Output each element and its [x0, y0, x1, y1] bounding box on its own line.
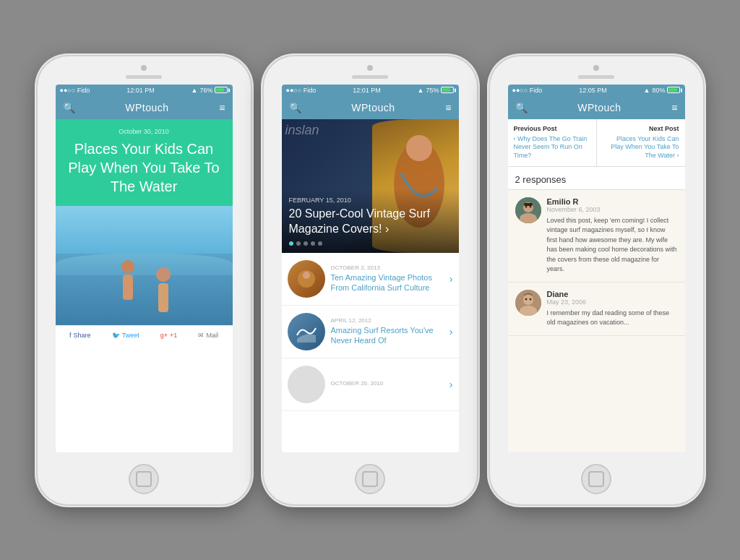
nav-bar-2: 🔍 WPtouch ≡ — [282, 96, 459, 119]
search-icon-3[interactable]: 🔍 — [515, 102, 528, 113]
dots-nav — [289, 241, 452, 246]
nav-title-2: WPtouch — [351, 102, 395, 113]
magazine-text-overlay: inslan — [285, 123, 319, 138]
post-navigation: Previous Post ‹ Why Does The Go Train Ne… — [508, 119, 685, 167]
camera-3 — [593, 65, 599, 71]
svg-point-11 — [523, 295, 533, 305]
location-icon-1: ▲ — [192, 87, 198, 94]
home-button-3[interactable] — [581, 464, 611, 494]
kid-1-head — [121, 260, 134, 273]
speaker-2 — [352, 75, 388, 79]
next-post-section: Next Post Places Your Kids Can Play When… — [596, 119, 685, 166]
article-content-1: OCTOBER 2, 2013 Ten Amazing Vintage Phot… — [331, 264, 444, 293]
comment-date-2: May 23, 2006 — [547, 298, 678, 306]
svg-point-13 — [525, 298, 527, 300]
list-item[interactable]: APRIL 12, 2012 Amazing Surf Resorts You'… — [282, 306, 459, 358]
article-date-1: October 30, 2010 — [63, 128, 225, 135]
googleplus-share-btn[interactable]: g+ +1 — [160, 332, 178, 339]
speaker-3 — [578, 75, 614, 79]
home-button-inner-2 — [362, 471, 378, 487]
time-2: 12:01 PM — [353, 87, 381, 94]
phone-2-top — [264, 56, 477, 85]
comment-2: Diane May 23, 2006 I remember my dad rea… — [508, 283, 685, 336]
hero-date: FEBRUARY 15, 2010 — [289, 197, 452, 204]
svg-point-14 — [529, 298, 531, 300]
comment-text-2: I remember my dad reading some of these … — [547, 309, 678, 328]
article-content-3: OCTOBER 20, 2010 — [331, 380, 444, 388]
nav-bar-1: 🔍 WPtouch ≡ — [56, 96, 233, 119]
carrier-3: ●●○○ Fido — [512, 87, 543, 94]
facebook-label: Share — [74, 332, 91, 339]
phone-3-top — [490, 56, 703, 85]
wave — [56, 254, 233, 275]
menu-icon-1[interactable]: ≡ — [219, 102, 225, 113]
twitter-share-btn[interactable]: 🐦 Tweet — [112, 332, 139, 339]
dot-2 — [296, 241, 301, 246]
article-header-1: October 30, 2010 Places Your Kids Can Pl… — [56, 119, 233, 206]
phone-3: ●●○○ Fido 12:05 PM ▲ 80% 🔍 WPtouch ≡ — [490, 56, 703, 504]
article-image-1 — [56, 206, 233, 325]
article-title-item-1: Ten Amazing Vintage Photos From Californ… — [331, 272, 444, 293]
home-button-2[interactable] — [355, 464, 385, 494]
svg-point-3 — [303, 272, 310, 279]
search-icon-1[interactable]: 🔍 — [63, 102, 75, 113]
phone-1-screen: ●●○○ Fido 12:01 PM ▲ 76% 🔍 WPtouch ≡ — [56, 85, 233, 452]
chevron-right-icon-2: › — [449, 326, 453, 337]
commenter-name-2: Diane — [547, 290, 678, 298]
phone-2-bottom — [264, 458, 477, 504]
home-button-inner-3 — [588, 471, 604, 487]
battery-pct-2: 75% — [426, 87, 439, 94]
phone-2-screen: ●●○○ Fido 12:01 PM ▲ 75% 🔍 WPtouch ≡ — [282, 85, 459, 452]
facebook-share-btn[interactable]: f Share — [69, 332, 91, 339]
article-content-2: APRIL 12, 2012 Amazing Surf Resorts You'… — [331, 317, 444, 346]
kids-scene — [56, 206, 233, 325]
googleplus-icon: g+ — [160, 332, 168, 339]
water — [56, 254, 233, 325]
hero-overlay: FEBRUARY 15, 2010 20 Super-Cool Vintage … — [282, 189, 459, 253]
twitter-icon: 🐦 — [112, 332, 120, 339]
next-post-label: Next Post — [603, 125, 679, 132]
prev-post-link[interactable]: ‹ Why Does The Go Train Never Seem To Ru… — [514, 135, 590, 160]
menu-icon-2[interactable]: ≡ — [445, 102, 451, 113]
kid-2 — [152, 267, 174, 311]
location-icon-3: ▲ — [644, 87, 650, 94]
home-button-1[interactable] — [129, 464, 159, 494]
article-title-item-2: Amazing Surf Resorts You've Never Heard … — [331, 325, 444, 346]
status-bar-2: ●●○○ Fido 12:01 PM ▲ 75% — [282, 85, 459, 96]
comment-date-1: November 6, 2003 — [547, 206, 678, 213]
search-icon-2[interactable]: 🔍 — [289, 102, 301, 113]
battery-fill-1 — [216, 88, 224, 92]
svg-rect-9 — [524, 203, 533, 206]
mail-share-btn[interactable]: ✉ Mail — [198, 332, 218, 339]
phone-1: ●●○○ Fido 12:01 PM ▲ 76% 🔍 WPtouch ≡ — [38, 56, 251, 504]
thumb-art-2 — [296, 321, 317, 343]
battery-fill-3 — [668, 88, 676, 92]
next-post-link[interactable]: Places Your Kids Can Play When You Take … — [603, 135, 679, 160]
article-date-item-1: OCTOBER 2, 2013 — [331, 264, 444, 271]
battery-pct-1: 76% — [199, 87, 212, 94]
share-bar-1: f Share 🐦 Tweet g+ +1 ✉ Mail — [56, 325, 233, 345]
location-icon-2: ▲ — [418, 87, 424, 94]
avatar-diane — [515, 290, 541, 316]
hero-2[interactable]: inslan FEBRUARY 15, 2010 20 Super-Cool V… — [282, 119, 459, 253]
avatar-emilio — [515, 197, 541, 223]
chevron-right-icon-1: › — [449, 273, 453, 285]
article-thumb-2 — [288, 313, 325, 350]
list-item[interactable]: OCTOBER 2, 2013 Ten Amazing Vintage Phot… — [282, 253, 459, 306]
phone-2: ●●○○ Fido 12:01 PM ▲ 75% 🔍 WPtouch ≡ — [264, 56, 477, 504]
menu-icon-3[interactable]: ≡ — [671, 102, 677, 113]
comment-2-body: Diane May 23, 2006 I remember my dad rea… — [547, 290, 678, 328]
phone-1-bottom — [38, 458, 251, 504]
carrier-2: ●●○○ Fido — [286, 87, 317, 94]
article-thumb-3 — [288, 366, 325, 403]
chevron-right-icon-3: › — [449, 379, 453, 390]
avatar-emilio-face — [515, 197, 541, 223]
mail-icon: ✉ — [198, 332, 204, 339]
battery-2 — [441, 87, 454, 93]
list-item[interactable]: OCTOBER 20, 2010 › — [282, 358, 459, 411]
article-list-2: OCTOBER 2, 2013 Ten Amazing Vintage Phot… — [282, 253, 459, 452]
phone-1-top — [38, 56, 251, 85]
camera-2 — [367, 65, 373, 71]
dot-3 — [304, 241, 308, 246]
facebook-icon: f — [69, 332, 72, 339]
